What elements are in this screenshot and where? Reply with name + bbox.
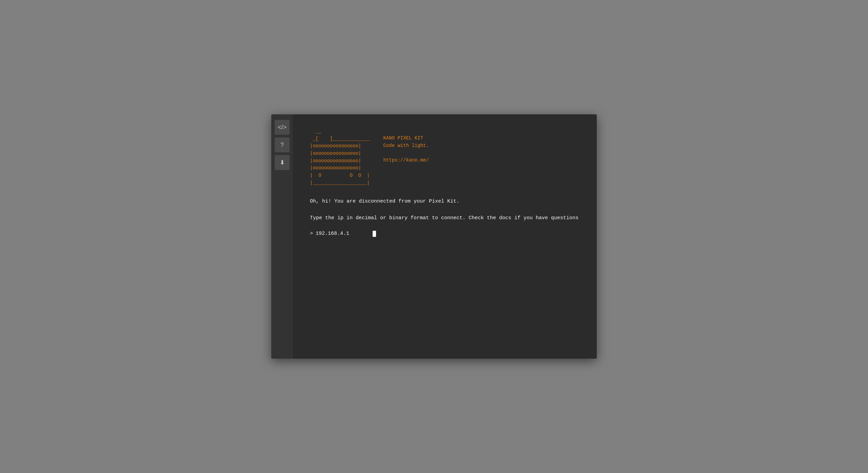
ascii-art-section: __ _[ ]_____________ |oooooooooooooooo| …: [310, 128, 580, 187]
sidebar: </> ? ⬇: [271, 114, 293, 359]
brand-tagline: Code with light.: [383, 143, 429, 148]
brand-url: https://kano.me/: [383, 157, 429, 163]
brand-name: KANO PIXEL KIT: [383, 135, 423, 141]
code-icon: </>: [278, 124, 287, 131]
instruction-message: Type the ip in decimal or binary format …: [310, 214, 580, 223]
ip-input[interactable]: [316, 231, 370, 236]
ascii-art-left: __ _[ ]_____________ |oooooooooooooooo| …: [310, 128, 370, 187]
help-button[interactable]: ?: [275, 137, 290, 152]
cursor-block: [373, 231, 376, 237]
download-icon: ⬇: [280, 159, 285, 166]
prompt-symbol: >: [310, 231, 313, 236]
download-button[interactable]: ⬇: [275, 155, 290, 170]
app-window: </> ? ⬇ __ _[ ]_____________ |oooooooooo…: [271, 114, 597, 359]
ascii-art-right: KANO PIXEL KIT Code with light. https://…: [383, 128, 429, 187]
code-button[interactable]: </>: [275, 120, 290, 135]
prompt-line[interactable]: >: [310, 231, 580, 237]
help-icon: ?: [280, 141, 284, 149]
disconnected-message: Oh, hi! You are disconnected from your P…: [310, 197, 580, 206]
main-content: __ _[ ]_____________ |oooooooooooooooo| …: [293, 114, 597, 359]
